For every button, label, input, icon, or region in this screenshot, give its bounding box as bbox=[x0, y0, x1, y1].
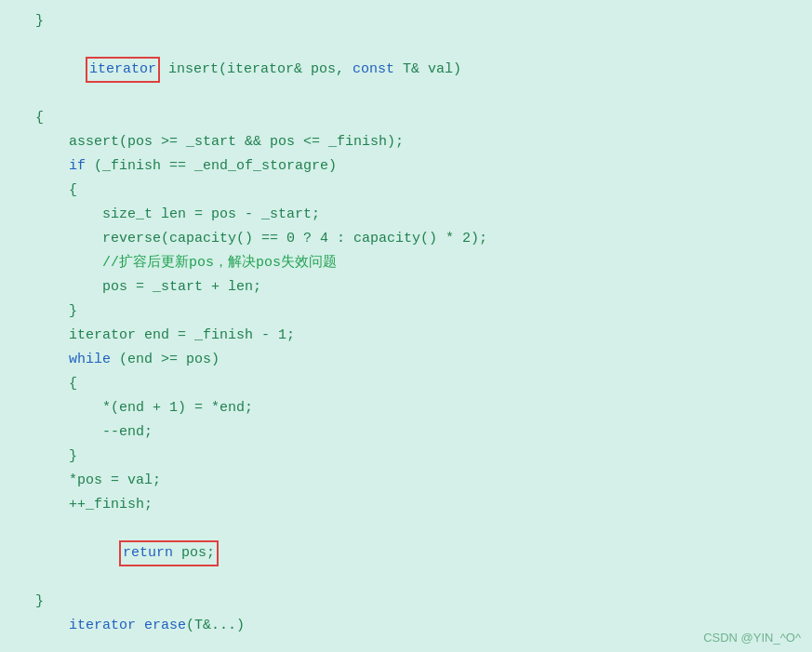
line-text: //扩容后更新pos，解决pos失效问题 bbox=[35, 252, 812, 274]
code-line-pos-val: *pos = val; bbox=[0, 469, 812, 493]
line-text: while (end >= pos) bbox=[35, 349, 812, 371]
code-line-assert: assert(pos >= _start && pos <= _finish); bbox=[0, 130, 812, 154]
line-text: } bbox=[35, 591, 812, 613]
code-line: } bbox=[0, 590, 812, 614]
code-line-return: return pos; bbox=[0, 517, 812, 590]
code-line: { bbox=[0, 106, 812, 130]
line-text: { bbox=[35, 180, 812, 202]
line-text: } bbox=[35, 300, 812, 323]
code-line-while: while (end >= pos) bbox=[0, 348, 812, 372]
line-text: *pos = val; bbox=[35, 470, 812, 492]
line-text: iterator erase(T&...) bbox=[35, 615, 812, 637]
code-line: } bbox=[0, 445, 812, 469]
line-text: size_t len = pos - _start; bbox=[35, 204, 812, 226]
code-line-sizet: size_t len = pos - _start; bbox=[0, 203, 812, 227]
code-line-iterator-end: iterator end = _finish - 1; bbox=[0, 324, 812, 348]
line-text: pos = _start + len; bbox=[35, 276, 812, 299]
code-line: } bbox=[0, 9, 812, 33]
line-text: { bbox=[35, 373, 812, 395]
code-line: { bbox=[0, 179, 812, 203]
code-line-decrement: --end; bbox=[0, 420, 812, 445]
code-line-pos: pos = _start + len; bbox=[0, 275, 812, 299]
code-line-comment: //扩容后更新pos，解决pos失效问题 bbox=[0, 251, 812, 275]
line-text: assert(pos >= _start && pos <= _finish); bbox=[35, 131, 812, 153]
highlight-iterator: iterator bbox=[86, 57, 160, 83]
code-line-deref: *(end + 1) = *end; bbox=[0, 396, 812, 420]
line-text: iterator end = _finish - 1; bbox=[35, 325, 812, 347]
line-text: iterator insert(iterator& pos, const T& … bbox=[35, 34, 812, 105]
code-line: } bbox=[0, 299, 812, 324]
code-line-erase: iterator erase(T&...) bbox=[0, 614, 812, 638]
code-line-if: if (_finish == _end_of_storagre) bbox=[0, 154, 812, 179]
line-text: } bbox=[35, 446, 812, 468]
highlight-return: return pos; bbox=[119, 540, 219, 566]
code-line-iterator-insert: iterator insert(iterator& pos, const T& … bbox=[0, 33, 812, 106]
line-text: return pos; bbox=[35, 518, 812, 589]
line-text: } bbox=[35, 10, 812, 33]
code-container: } iterator insert(iterator& pos, const T… bbox=[0, 0, 812, 652]
line-text: *(end + 1) = *end; bbox=[35, 397, 812, 419]
code-line: { bbox=[0, 372, 812, 396]
line-text: if (_finish == _end_of_storagre) bbox=[35, 155, 812, 178]
watermark: CSDN @YIN_^O^ bbox=[703, 631, 801, 645]
code-line-finish: ++_finish; bbox=[0, 493, 812, 517]
line-text: ++_finish; bbox=[35, 494, 812, 516]
code-line-reverse: reverse(capacity() == 0 ? 4 : capacity()… bbox=[0, 227, 812, 251]
line-text: { bbox=[35, 107, 812, 129]
line-text: reverse(capacity() == 0 ? 4 : capacity()… bbox=[35, 228, 812, 250]
line-text: --end; bbox=[35, 421, 812, 444]
